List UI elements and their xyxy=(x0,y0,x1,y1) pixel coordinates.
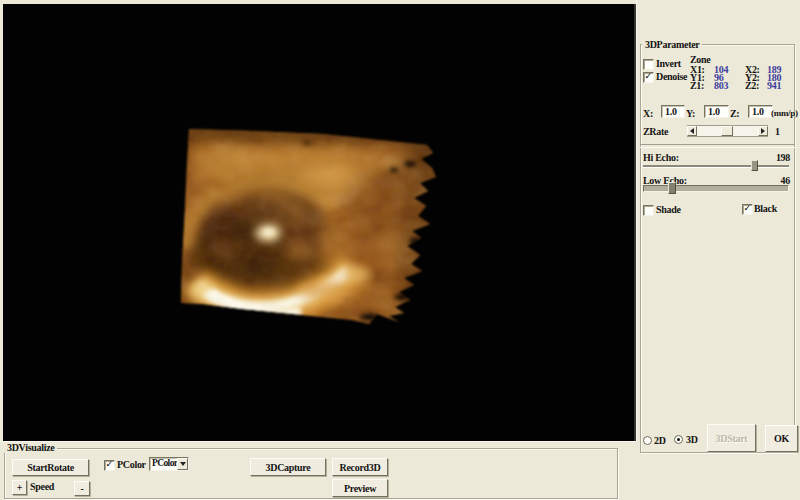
check-icon: ✓ xyxy=(106,459,114,469)
parameter-group-title: 3DParameter xyxy=(642,40,702,50)
speed-plus-button[interactable]: + xyxy=(12,480,27,495)
scale-z-input[interactable]: 1.0 xyxy=(748,105,773,118)
3dcapture-button[interactable]: 3DCapture xyxy=(250,458,326,476)
zone-z2-value: 941 xyxy=(767,80,781,91)
pcolor-label: PColor xyxy=(117,459,146,470)
preview-button[interactable]: Preview xyxy=(332,479,388,497)
black-label: Black xyxy=(754,203,777,214)
render-canvas[interactable] xyxy=(3,4,636,441)
pcolor-combobox-button[interactable] xyxy=(177,458,188,470)
chevron-down-icon xyxy=(180,462,186,469)
hi-echo-slider-track xyxy=(643,165,789,168)
parameter-panel: 3DParameter ✓ Invert ✓ Denoise Zone X1: … xyxy=(636,0,800,500)
mode-2d-label: 2D xyxy=(654,435,666,446)
scale-y-label: Y: xyxy=(686,108,695,119)
low-echo-slider-thumb[interactable] xyxy=(668,182,676,194)
mode-3d-label: 3D xyxy=(686,434,698,445)
zrate-scrollbar[interactable] xyxy=(687,125,768,137)
pcolor-combobox-value: PColor xyxy=(152,458,177,468)
zrate-scroll-left-button[interactable] xyxy=(687,126,697,136)
zone-z2-label: Z2: xyxy=(745,80,759,91)
zrate-value: 1 xyxy=(775,126,780,137)
zrate-scroll-right-button[interactable] xyxy=(758,126,768,136)
visualize-panel: 3DVisualize StartRotate + Speed - ✓ PCol… xyxy=(0,441,637,500)
zone-z1-label: Z1: xyxy=(690,80,704,91)
check-icon: ✓ xyxy=(744,203,752,213)
application-window: 3DParameter ✓ Invert ✓ Denoise Zone X1: … xyxy=(0,0,800,500)
arrow-left-icon xyxy=(687,128,694,134)
denoise-checkbox[interactable]: ✓ xyxy=(643,72,654,83)
scale-x-label: X: xyxy=(643,108,653,119)
scale-z-label: Z: xyxy=(730,108,739,119)
record3d-button[interactable]: Record3D xyxy=(332,458,388,476)
scale-y-input[interactable]: 1.0 xyxy=(704,105,729,118)
radio-dot-icon xyxy=(677,438,680,441)
scale-unit-label: (mm/p) xyxy=(771,108,798,118)
black-checkbox[interactable]: ✓ xyxy=(742,204,753,215)
divider xyxy=(640,144,795,148)
zrate-scrollbar-thumb[interactable] xyxy=(721,126,733,136)
invert-label: Invert xyxy=(656,58,681,69)
zone-z1-value: 803 xyxy=(714,80,728,91)
ok-button[interactable]: OK xyxy=(765,425,798,452)
zrate-label: ZRate xyxy=(643,126,668,137)
visualize-group-title: 3DVisualize xyxy=(4,443,57,453)
ultrasound-3d-render xyxy=(3,4,634,441)
start-rotate-button[interactable]: StartRotate xyxy=(12,459,89,476)
check-icon: ✓ xyxy=(645,71,653,81)
pcolor-checkbox[interactable]: ✓ xyxy=(104,460,115,471)
shade-checkbox[interactable]: ✓ xyxy=(643,205,654,216)
pcolor-combobox[interactable]: PColor xyxy=(149,457,189,471)
mode-2d-radio[interactable] xyxy=(643,436,652,445)
3dstart-button[interactable]: 3DStart xyxy=(707,424,756,452)
invert-checkbox[interactable]: ✓ xyxy=(643,59,654,70)
shade-label: Shade xyxy=(656,204,681,215)
denoise-label: Denoise xyxy=(656,71,687,82)
hi-echo-slider[interactable] xyxy=(643,160,789,172)
scale-x-input[interactable]: 1.0 xyxy=(661,105,685,118)
low-echo-slider[interactable] xyxy=(643,182,789,194)
low-echo-slider-track xyxy=(643,185,789,192)
hi-echo-slider-thumb[interactable] xyxy=(751,160,758,171)
speed-minus-button[interactable]: - xyxy=(74,481,90,496)
arrow-right-icon xyxy=(761,128,768,134)
mode-3d-radio[interactable] xyxy=(674,435,683,444)
speed-label: Speed xyxy=(30,481,54,492)
